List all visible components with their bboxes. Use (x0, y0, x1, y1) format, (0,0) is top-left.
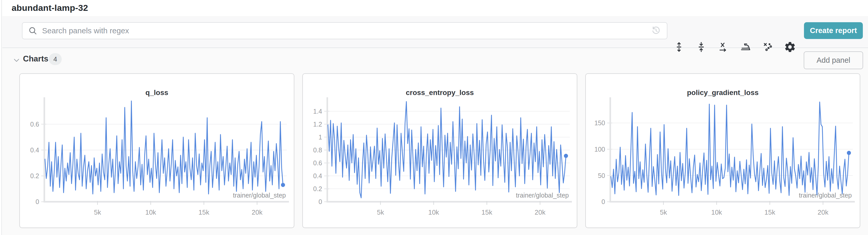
add-panel-button[interactable]: Add panel (804, 51, 863, 69)
chart-panel[interactable]: 00.20.40.60.811.21.45k10k15k20ktrainer/g… (302, 74, 577, 228)
svg-text:0.4: 0.4 (30, 146, 39, 154)
run-title-bar: abundant-lamp-32 (2, 0, 868, 16)
svg-text:20k: 20k (252, 209, 262, 216)
charts-section-header: Charts 4 Add panel (2, 48, 868, 73)
chevron-down-icon[interactable] (12, 56, 21, 64)
svg-text:0.2: 0.2 (313, 185, 322, 193)
search-icon (28, 26, 37, 35)
svg-text:50: 50 (598, 172, 605, 179)
panel-search-box (22, 22, 668, 39)
svg-text:5k: 5k (660, 209, 667, 216)
history-icon (651, 25, 661, 36)
search-input[interactable] (37, 23, 649, 38)
svg-text:1.2: 1.2 (313, 121, 322, 128)
chart-panel[interactable]: 00.20.40.65k10k15k20ktrainer/global_step… (19, 74, 294, 228)
svg-text:0: 0 (601, 198, 605, 205)
chart-panel[interactable]: 0501001505k10k15k20ktrainer/global_stepp… (585, 74, 860, 228)
workspace-toolbar: Create report (2, 16, 868, 48)
svg-text:100: 100 (594, 146, 605, 153)
charts-section-label: Charts (23, 54, 48, 63)
svg-text:0.6: 0.6 (313, 159, 322, 167)
svg-text:0.6: 0.6 (30, 121, 39, 128)
svg-text:0.4: 0.4 (313, 172, 322, 179)
svg-text:cross_entropy_loss: cross_entropy_loss (406, 89, 474, 96)
page-title: abundant-lamp-32 (11, 3, 88, 13)
create-report-button[interactable]: Create report (804, 22, 863, 39)
svg-text:policy_gradient_loss: policy_gradient_loss (687, 89, 758, 96)
svg-text:10k: 10k (428, 209, 439, 216)
svg-text:20k: 20k (535, 209, 546, 216)
search-history-button[interactable] (649, 24, 663, 37)
svg-text:5k: 5k (94, 209, 101, 216)
svg-text:1.4: 1.4 (313, 108, 322, 115)
svg-text:trainer/global_step: trainer/global_step (233, 192, 286, 199)
svg-text:trainer/global_step: trainer/global_step (516, 192, 569, 199)
left-page-border (0, 0, 2, 235)
svg-text:0.8: 0.8 (313, 146, 322, 154)
svg-text:5k: 5k (377, 209, 384, 216)
svg-text:trainer/global_step: trainer/global_step (799, 192, 852, 199)
line-chart[interactable]: 00.20.40.65k10k15k20ktrainer/global_step… (20, 74, 294, 228)
svg-text:0.2: 0.2 (30, 172, 39, 179)
svg-text:15k: 15k (482, 209, 492, 216)
svg-text:1: 1 (319, 134, 322, 141)
panel-grid: 00.20.40.65k10k15k20ktrainer/global_step… (19, 74, 862, 228)
svg-text:150: 150 (594, 119, 605, 126)
svg-text:0: 0 (319, 198, 322, 205)
svg-text:10k: 10k (145, 209, 156, 216)
line-chart[interactable]: 0501001505k10k15k20ktrainer/global_stepp… (586, 74, 860, 228)
line-chart[interactable]: 00.20.40.60.811.21.45k10k15k20ktrainer/g… (303, 74, 577, 228)
svg-text:0: 0 (36, 198, 39, 205)
svg-text:10k: 10k (711, 209, 722, 216)
svg-text:20k: 20k (818, 209, 829, 216)
panel-count-badge: 4 (49, 53, 62, 65)
svg-text:15k: 15k (765, 209, 775, 216)
svg-text:15k: 15k (198, 209, 209, 216)
svg-text:q_loss: q_loss (145, 89, 168, 96)
